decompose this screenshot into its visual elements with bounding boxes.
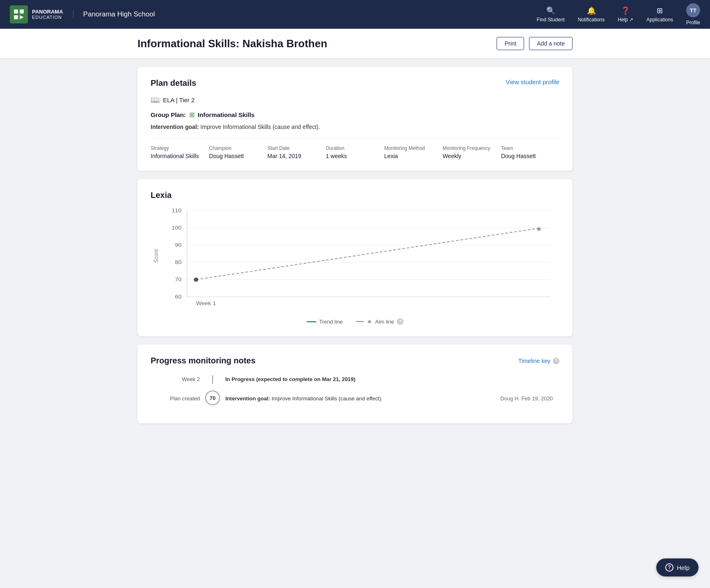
help-button-label: Help: [677, 564, 689, 571]
book-icon: 📖: [151, 95, 160, 104]
group-plan-label: Group Plan:: [151, 111, 186, 118]
progress-monitoring-card: Progress monitoring notes Timeline key ?…: [137, 345, 573, 423]
svg-point-22: [194, 278, 198, 282]
timeline-key-label: Timeline key: [518, 358, 550, 364]
meta-col: Start DateMar 14, 2019: [268, 145, 326, 159]
page-title: Informational Skills: Nakisha Brothen: [137, 37, 327, 50]
meta-col: StrategyInformational Skills: [151, 145, 209, 159]
help-nav[interactable]: ❓ Help ↗: [618, 6, 633, 23]
svg-text:90: 90: [175, 242, 181, 248]
profile-label: Profile: [686, 20, 700, 25]
trend-line-color: [307, 321, 316, 322]
chart-title: Lexia: [151, 191, 559, 200]
aim-line-help-icon[interactable]: ?: [397, 318, 403, 325]
group-plan-name: Informational Skills: [198, 111, 254, 118]
svg-rect-2: [14, 15, 18, 19]
applications-nav[interactable]: ⊞ Applications: [646, 6, 673, 23]
svg-text:Score: Score: [153, 249, 159, 263]
nav-logo[interactable]: PANORAMA EDUCATION: [10, 5, 63, 23]
svg-rect-1: [20, 9, 24, 14]
help-button-icon: ?: [665, 563, 673, 572]
search-icon: 🔍: [546, 6, 555, 15]
notifications-label: Notifications: [578, 17, 605, 23]
page-header: Informational Skills: Nakisha Brothen Pr…: [0, 29, 710, 59]
logo-icon: [10, 5, 28, 23]
add-note-button[interactable]: Add a note: [529, 37, 573, 50]
help-label: Help ↗: [618, 17, 633, 23]
meta-label: Monitoring Method: [384, 145, 437, 151]
svg-text:60: 60: [175, 294, 181, 300]
meta-value: Lexia: [384, 153, 437, 159]
meta-label: Strategy: [151, 145, 204, 151]
svg-text:80: 80: [175, 260, 181, 265]
chart-area: 110 100 90 80 70 60 Score Week 1: [151, 207, 559, 313]
timeline-author-date: Doug H. Feb 19, 2020: [500, 395, 553, 402]
print-button[interactable]: Print: [497, 37, 524, 50]
page-actions: Print Add a note: [497, 37, 573, 50]
svg-text:70: 70: [175, 277, 181, 283]
timeline-key-link[interactable]: Timeline key ?: [518, 358, 559, 364]
timeline-line: [212, 375, 213, 384]
svg-text:110: 110: [172, 208, 181, 214]
meta-value: Informational Skills: [151, 153, 204, 159]
plan-meta: StrategyInformational SkillsChampionDoug…: [151, 138, 559, 159]
timeline-container: Week 2 In Progress (expected to complete…: [151, 375, 559, 405]
grid-apps-icon: ⊞: [657, 6, 663, 15]
timeline-key-help-icon[interactable]: ?: [553, 358, 559, 364]
meta-value: Doug Hassett: [209, 153, 262, 159]
trend-line-legend: Trend line: [307, 318, 343, 325]
meta-col: TeamDoug Hassett: [501, 145, 559, 159]
plan-created-label: Plan created: [157, 395, 206, 402]
timeline-status-content: In Progress (expected to complete on Mar…: [219, 375, 553, 384]
avatar: TT: [686, 3, 700, 17]
ela-tier-row: 📖 ELA | Tier 2: [151, 95, 559, 104]
intervention-goal-label-inline: Intervention goal:: [225, 395, 270, 402]
nav-school-name: Panorama High School: [73, 10, 155, 18]
plan-details-title: Plan details: [151, 78, 196, 88]
logo-text: PANORAMA EDUCATION: [32, 9, 63, 21]
svg-text:100: 100: [172, 225, 181, 231]
meta-value: 1 weeks: [326, 153, 379, 159]
timeline-entry-week2: Week 2 In Progress (expected to complete…: [157, 375, 553, 384]
grid-plan-icon: ⊞: [189, 111, 195, 119]
chart-card: Lexia 110 100 90 80: [137, 179, 573, 336]
help-button[interactable]: ? Help: [656, 558, 699, 577]
svg-text:★: ★: [536, 225, 542, 233]
notifications-nav[interactable]: 🔔 Notifications: [578, 6, 605, 23]
aim-line-label: Aim line: [375, 319, 394, 325]
view-student-profile-link[interactable]: View student profile: [506, 78, 559, 85]
chart-svg: 110 100 90 80 70 60 Score Week 1: [151, 207, 559, 313]
timeline-goal-content: Intervention goal: Improve Informational…: [219, 395, 553, 402]
svg-line-20: [196, 228, 541, 280]
meta-value: Mar 14, 2019: [268, 153, 321, 159]
meta-col: Duration1 weeks: [326, 145, 384, 159]
group-plan-row: Group Plan: ⊞ Informational Skills: [151, 111, 559, 119]
timeline-goal-text: Intervention goal: Improve Informational…: [225, 395, 382, 402]
meta-value: Weekly: [442, 153, 496, 159]
meta-value: Doug Hassett: [501, 153, 554, 159]
nav-actions: 🔍 Find Student 🔔 Notifications ❓ Help ↗ …: [537, 3, 700, 25]
timeline-week-label: Week 2: [157, 375, 206, 382]
meta-label: Duration: [326, 145, 379, 151]
timeline-score-node: 70: [205, 390, 220, 405]
find-student-label: Find Student: [537, 17, 565, 23]
svg-rect-0: [14, 9, 18, 14]
meta-label: Monitoring Frequency: [442, 145, 496, 151]
profile-nav[interactable]: TT Profile: [686, 3, 700, 25]
meta-col: ChampionDoug Hassett: [209, 145, 267, 159]
find-student-nav[interactable]: 🔍 Find Student: [537, 6, 565, 23]
aim-line-color: [356, 321, 364, 322]
chart-legend: Trend line ★ Aim line ?: [151, 318, 559, 325]
meta-col: Monitoring MethodLexia: [384, 145, 442, 159]
svg-marker-3: [20, 15, 24, 19]
aim-line-legend: ★ Aim line ?: [356, 318, 403, 325]
meta-label: Team: [501, 145, 554, 151]
intervention-goal-inline: Improve Informational Skills (cause and …: [272, 395, 383, 402]
navbar: PANORAMA EDUCATION Panorama High School …: [0, 0, 710, 29]
trend-line-label: Trend line: [319, 319, 343, 325]
intervention-goal-text: Improve Informational Skills (cause and …: [200, 124, 320, 130]
progress-monitoring-title: Progress monitoring notes: [151, 356, 256, 365]
applications-label: Applications: [646, 17, 673, 23]
meta-label: Start Date: [268, 145, 321, 151]
meta-col: Monitoring FrequencyWeekly: [442, 145, 501, 159]
